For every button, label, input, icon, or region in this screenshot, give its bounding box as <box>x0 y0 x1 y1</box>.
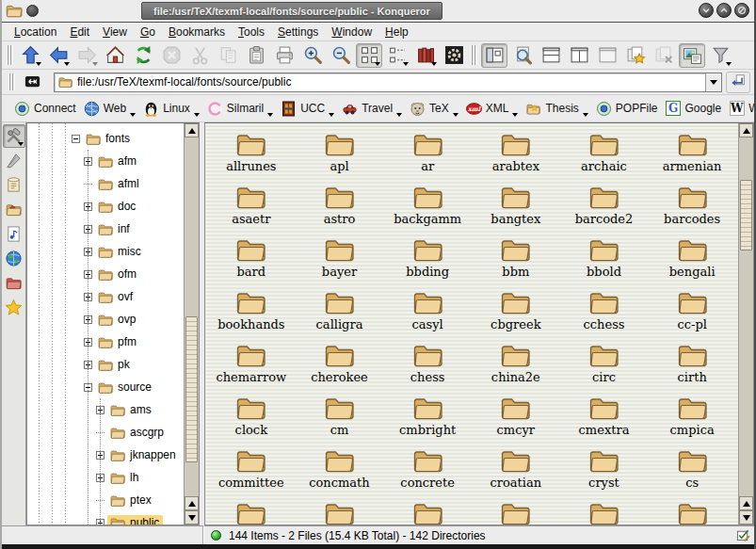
bookmark-linux[interactable]: Linux <box>140 99 204 119</box>
folder-item-barcode2[interactable]: barcode2 <box>560 180 649 233</box>
paste-button[interactable] <box>243 43 269 68</box>
folder-item-bbold[interactable]: bbold <box>560 233 649 285</box>
sidebar-bookmark-flag-button[interactable] <box>3 149 25 172</box>
menu-window[interactable]: Window <box>325 24 378 40</box>
folder-item-backgamm[interactable]: backgamm <box>383 180 472 233</box>
sidebar-bookmarks-star-button[interactable] <box>3 296 25 319</box>
tree-item-body[interactable]: lh <box>107 470 142 486</box>
tree-item-body[interactable]: ams <box>107 402 155 418</box>
folder-item-croatian[interactable]: croatian <box>472 444 560 496</box>
new-tab-button[interactable] <box>622 43 649 68</box>
scroll-up-button[interactable] <box>739 496 753 510</box>
scroll-down-button[interactable] <box>185 510 199 525</box>
tree-item-body[interactable]: ofm <box>95 266 140 283</box>
folder-item-arabtex[interactable]: arabtex <box>472 127 560 180</box>
bookmark-silmaril[interactable]: Silmaril <box>204 99 278 119</box>
filter-button[interactable] <box>707 43 733 68</box>
window-menu-button[interactable] <box>26 5 39 17</box>
scroll-up-button[interactable] <box>185 496 199 510</box>
tree-item-body[interactable]: inf <box>95 221 134 237</box>
tree-item-body[interactable]: source <box>95 379 155 396</box>
location-input[interactable] <box>73 74 705 90</box>
folder-item-cm[interactable]: cm <box>296 391 384 444</box>
folder-item-cmextra[interactable]: cmextra <box>560 391 649 444</box>
print-button[interactable] <box>271 43 298 68</box>
bookmark-thesis[interactable]: Thesis <box>523 99 592 119</box>
bookmark-connect[interactable]: Connect <box>11 99 81 119</box>
folder-item-casyl[interactable]: casyl <box>383 285 472 338</box>
folder-item-cryst[interactable]: cryst <box>560 444 649 496</box>
active-view-checkbox-icon[interactable] <box>736 528 750 542</box>
bookmark-popfile[interactable]: POPFile <box>593 99 663 119</box>
folder-item-partial[interactable] <box>383 496 472 525</box>
tree-item-inf[interactable]: inf <box>27 218 184 240</box>
scrollbar-thumb[interactable] <box>185 316 198 462</box>
tree-item-source[interactable]: source <box>27 376 184 398</box>
menu-settings[interactable]: Settings <box>271 24 325 40</box>
bookmark-tex[interactable]: TeX <box>407 99 463 119</box>
folder-item-bangtex[interactable]: bangtex <box>472 180 560 233</box>
folder-item-barcodes[interactable]: barcodes <box>648 180 736 233</box>
folder-item-calligra[interactable]: calligra <box>296 285 384 338</box>
split-left-right-button[interactable] <box>566 43 592 68</box>
view-scrollbar[interactable] <box>738 123 753 525</box>
stop-button[interactable] <box>158 43 185 68</box>
folder-item-cmbright[interactable]: cmbright <box>383 391 472 444</box>
folder-item-chemarrow[interactable]: chemarrow <box>207 338 296 391</box>
bookmark-wikipedia[interactable]: WWikipedia <box>726 99 756 119</box>
show-sidebar-button[interactable] <box>481 43 507 68</box>
back-button[interactable] <box>45 43 72 68</box>
menu-bookmarks[interactable]: Bookmarks <box>162 24 232 40</box>
folder-item-bookhands[interactable]: bookhands <box>207 285 296 338</box>
folder-item-clock[interactable]: clock <box>207 391 296 444</box>
tree-item-ptex[interactable]: ptex <box>27 489 184 511</box>
up-button[interactable] <box>17 43 43 68</box>
menu-help[interactable]: Help <box>378 24 415 40</box>
tree-item-body[interactable]: misc <box>95 244 145 260</box>
scroll-up-button[interactable] <box>185 123 199 137</box>
collapse-toggle[interactable] <box>72 135 80 143</box>
forward-button[interactable] <box>73 43 100 68</box>
folder-item-armenian[interactable]: armenian <box>648 127 736 180</box>
folder-item-concrete[interactable]: concrete <box>383 444 472 496</box>
zoom-out-button[interactable] <box>328 43 354 68</box>
menu-view[interactable]: View <box>96 24 134 40</box>
bookmark-google[interactable]: GGoogle <box>663 99 727 119</box>
tree-item-afm[interactable]: afm <box>27 150 184 172</box>
tree-item-body[interactable]: ascgrp <box>107 425 168 441</box>
folder-item-bbding[interactable]: bbding <box>383 233 472 285</box>
tree-item-body[interactable]: doc <box>95 199 139 215</box>
tree-item-ofm[interactable]: ofm <box>27 263 184 285</box>
folder-item-astro[interactable]: astro <box>296 180 384 233</box>
folder-item-committee[interactable]: committee <box>207 444 296 496</box>
zoom-in-button[interactable] <box>299 43 326 68</box>
tree-item-doc[interactable]: doc <box>27 195 184 218</box>
tree-item-jknappen[interactable]: jknappen <box>27 444 184 466</box>
sidebar-root-folder-button[interactable] <box>3 271 25 295</box>
folder-item-concmath[interactable]: concmath <box>296 444 384 496</box>
tree-item-body[interactable]: jknappen <box>107 447 180 463</box>
clear-location-button[interactable] <box>22 73 42 91</box>
tree-item-ovp[interactable]: ovp <box>27 308 184 331</box>
folder-item-cmpica[interactable]: cmpica <box>648 391 736 444</box>
menu-tools[interactable]: Tools <box>232 24 271 40</box>
tree-item-misc[interactable]: misc <box>27 240 184 263</box>
bookmark-web[interactable]: Web <box>81 99 140 119</box>
folder-item-cchess[interactable]: cchess <box>560 285 649 338</box>
tree-item-body[interactable]: afm <box>95 153 140 170</box>
folder-item-cherokee[interactable]: cherokee <box>296 338 384 391</box>
sidebar-network-button[interactable] <box>3 247 25 270</box>
tree-item-ascgrp[interactable]: ascgrp <box>27 421 184 444</box>
copy-button[interactable] <box>215 43 241 68</box>
tree-item-public[interactable]: public <box>27 511 184 525</box>
tree-item-body[interactable]: ovp <box>95 312 139 328</box>
scroll-up-button[interactable] <box>739 123 753 137</box>
tree-item-pfm[interactable]: pfm <box>27 331 184 353</box>
folder-item-cmcyr[interactable]: cmcyr <box>472 391 560 444</box>
folder-item-chess[interactable]: chess <box>383 338 472 391</box>
scroll-down-button[interactable] <box>739 510 753 525</box>
location-combobox[interactable] <box>54 73 722 92</box>
shade-button[interactable] <box>699 3 714 18</box>
folder-item-partial[interactable] <box>648 496 736 525</box>
close-tab-button[interactable] <box>651 43 677 68</box>
